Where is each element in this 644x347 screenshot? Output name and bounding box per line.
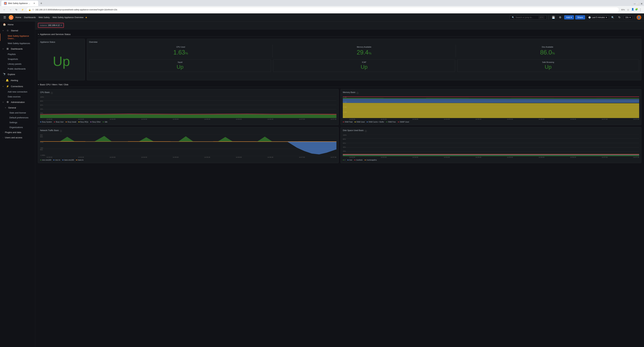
- network-chart-svg: [40, 134, 336, 156]
- legend-run-lock: /run/lock: [354, 159, 362, 161]
- sidebar-item-connections[interactable]: ▾ ⚡ Connections: [0, 83, 35, 89]
- section2-title: Basic CPU / Mem / Net / Disk: [40, 83, 68, 86]
- bookmark-icon[interactable]: ☆: [627, 8, 629, 11]
- connections-collapse-icon: ▾: [3, 85, 4, 87]
- section2-chevron-icon[interactable]: ▾: [38, 83, 39, 86]
- new-tab-button[interactable]: +: [39, 1, 44, 6]
- extensions-icon[interactable]: 🧩: [635, 8, 638, 11]
- favorite-star-icon[interactable]: ★: [85, 16, 88, 19]
- network-chart-info-icon[interactable]: ⓘ: [60, 130, 62, 133]
- profile-avatar[interactable]: 👤: [636, 15, 641, 20]
- minimize-button[interactable]: ─: [634, 2, 636, 5]
- squid-status: Up: [91, 64, 269, 70]
- memory-legend: RAM Total RAM Used RAM Cache + Buffer: [343, 121, 639, 123]
- cpu-label: CPU Used: [90, 46, 271, 48]
- sidebar-item-users[interactable]: › Users and access: [0, 135, 35, 140]
- breadcrumb-current: Web Safety Appliance Overview: [52, 16, 84, 18]
- legend-busy-iowait: Busy Iowait: [66, 121, 76, 123]
- sidebar-item-administration[interactable]: ▾ ⚙ Administration: [0, 99, 35, 105]
- default-prefs-label: Default preferences: [10, 116, 28, 119]
- cpu-value: 1.63%: [90, 49, 271, 56]
- refresh-icon[interactable]: ↻: [617, 15, 622, 20]
- breadcrumb-websafety[interactable]: Web Safety: [38, 16, 50, 18]
- sidebar-item-library-panels[interactable]: Library panels: [0, 61, 35, 66]
- dashboard-toolbar: instance 192.168.4.12 ▾: [35, 21, 644, 29]
- extensions-button[interactable]: ⚡: [20, 7, 25, 12]
- memory-chart-info-icon[interactable]: ⓘ: [356, 92, 358, 94]
- sidebar-item-home[interactable]: 🏠 Home: [0, 21, 35, 27]
- service-status-row: Squid Up ICAP Up Safe Browsing Up: [89, 59, 639, 72]
- browser-tab[interactable]: W Web Safety Appliance Overvie... ✕: [1, 1, 38, 6]
- address-bar[interactable]: 🔒 🛡 192.168.10.5:3000/d/bdlornycvyuwwd/w…: [26, 7, 619, 12]
- legend-ram-free: RAM Free: [386, 121, 396, 123]
- connections-icon: ⚡: [6, 85, 9, 88]
- sidebar-item-add-connection[interactable]: Add new connection: [0, 89, 35, 94]
- instance-chevron-icon: ▾: [61, 24, 62, 26]
- section1-title: Appliances and Services Status: [40, 33, 70, 35]
- legend-ram-used: RAM Used: [354, 121, 364, 123]
- save-dashboard-icon[interactable]: 💾: [551, 15, 556, 20]
- sidebar-item-data-sources[interactable]: Data sources: [0, 94, 35, 99]
- add-button[interactable]: Add ▾: [564, 15, 574, 19]
- global-search[interactable]: 🔍 Search or jump to... ctrl+k: [510, 15, 546, 19]
- memory-chart-svg: [343, 96, 639, 118]
- back-button[interactable]: ←: [2, 7, 7, 12]
- breadcrumb-dashboards[interactable]: Dashboards: [24, 16, 36, 18]
- browser-controls: ← → ↻ ⚡ 🔒 🛡 192.168.10.5:3000/d/bdlornyc…: [0, 6, 644, 13]
- sidebar-item-snapshots[interactable]: Snapshots: [0, 57, 35, 61]
- sidebar-item-plugins[interactable]: › Plugins and data: [0, 130, 35, 135]
- squid-status-panel: Squid Up: [89, 59, 271, 72]
- users-expand-icon: ›: [3, 137, 3, 138]
- cpu-chart-info-icon[interactable]: ⓘ: [51, 92, 53, 94]
- sidebar-item-dashboards[interactable]: ▾ ⊞ Dashboards: [0, 46, 35, 52]
- disk-chart-panel: Disk Space Used Basic ⓘ 100%80%60%40%20%…: [340, 127, 641, 163]
- sidebar-item-websafety-appliances[interactable]: Web Safety Appliances: [0, 41, 35, 46]
- sidebar-toggle-button[interactable]: ☰: [3, 15, 7, 20]
- sidebar-home-label: Home: [8, 23, 32, 26]
- sidebar-item-playlists[interactable]: Playlists: [0, 52, 35, 57]
- memory-label: Memory Available: [274, 46, 454, 48]
- refresh-rate-picker[interactable]: 10s ▾: [624, 15, 632, 19]
- profile-icon[interactable]: 👤: [631, 8, 634, 11]
- reload-button[interactable]: ↻: [14, 7, 19, 12]
- refresh-rate-label: 10s: [626, 16, 628, 18]
- menu-icon[interactable]: ⋮: [639, 8, 642, 11]
- cpu-chart-panel: CPU Basic ⓘ 100%80%60%40%20%0%: [38, 89, 338, 125]
- overview-panel-title: Overview: [89, 41, 639, 43]
- forward-button[interactable]: →: [8, 7, 13, 12]
- legend-recv-ens160: recv ens160: [40, 159, 51, 161]
- sidebar-item-websafety-overview[interactable]: Web Safety Appliance Overv...: [0, 33, 35, 41]
- sidebar-item-default-prefs[interactable]: Default preferences: [0, 115, 35, 120]
- icap-status-panel: ICAP Up: [273, 59, 455, 72]
- section1-chevron-icon[interactable]: ▾: [38, 33, 39, 35]
- sidebar-item-alerting[interactable]: › 🔔 Alerting: [0, 77, 35, 83]
- zoom-out-icon[interactable]: 🔍: [610, 15, 616, 20]
- sidebar-item-general[interactable]: ▾ General: [0, 105, 35, 110]
- share-button[interactable]: Share: [575, 15, 585, 19]
- app-topbar: ☰ G Home › Dashboards › Web Safety › Web…: [0, 13, 644, 21]
- close-button[interactable]: ✕: [640, 2, 643, 5]
- legend-busy-system: Busy System: [40, 121, 52, 123]
- address-text: 192.168.10.5:3000/d/bdlornycvyuwwd/web-s…: [35, 8, 117, 11]
- legend-trans-lo: trans lo: [76, 159, 84, 161]
- sidebar-item-explore[interactable]: 🔭 Explore: [0, 71, 35, 77]
- sidebar-item-public-dashboards[interactable]: Public dashboards: [0, 66, 35, 71]
- sidebar-item-organizations[interactable]: Organizations: [0, 125, 35, 130]
- dashboard-settings-icon[interactable]: ⚙: [558, 15, 563, 20]
- maximize-button[interactable]: ⬜: [636, 2, 640, 5]
- tab-close-button[interactable]: ✕: [33, 2, 36, 5]
- icap-status: Up: [275, 64, 453, 70]
- cpu-chart-svg: [40, 96, 336, 118]
- snapshots-label: Snapshots: [8, 58, 18, 60]
- sidebar-item-starred[interactable]: ▾ ☆ Starred: [0, 27, 35, 33]
- sidebar-item-settings[interactable]: Settings: [0, 120, 35, 125]
- svg-text:G: G: [10, 17, 12, 18]
- memory-metric: Memory Available 29.4%: [272, 44, 456, 57]
- sidebar-item-stats[interactable]: Stats and license: [0, 110, 35, 115]
- instance-dropdown[interactable]: instance 192.168.4.12 ▾: [38, 23, 64, 27]
- legend-ram-total: RAM Total: [343, 121, 352, 123]
- breadcrumb-home[interactable]: Home: [16, 16, 21, 18]
- websafety-overview-label: Web Safety Appliance Overv...: [8, 35, 32, 40]
- disk-chart-info-icon[interactable]: ⓘ: [365, 130, 367, 133]
- time-range-picker[interactable]: 🕐 Last 5 minutes ▾: [586, 15, 609, 19]
